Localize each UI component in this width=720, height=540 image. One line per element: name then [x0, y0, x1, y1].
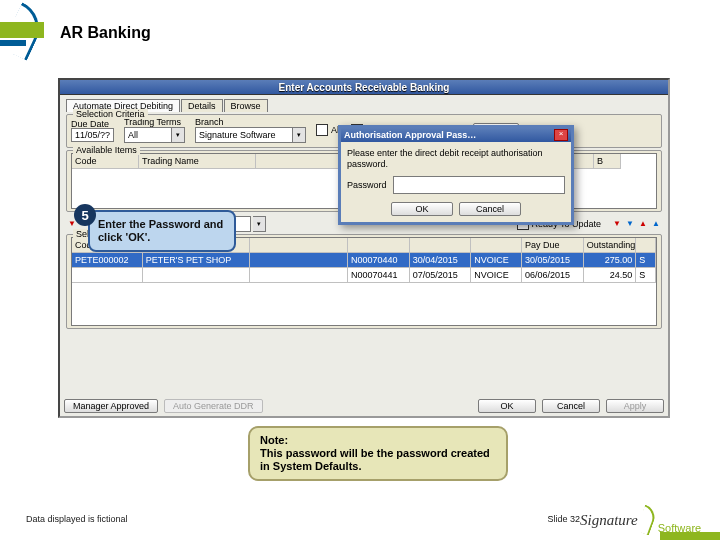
note-text: This password will be the password creat…: [260, 447, 490, 472]
filter-up-red-icon[interactable]: ▲: [637, 219, 649, 229]
col-code[interactable]: Code: [72, 154, 139, 169]
dialog-titlebar: Authorisation Approval Pass… ×: [341, 128, 571, 142]
cell-b: S: [636, 253, 656, 268]
swoosh-icon: [635, 504, 658, 535]
col-outstanding[interactable]: Outstanding: [584, 238, 637, 253]
branch-dropdown[interactable]: Signature Software ▾: [195, 127, 306, 143]
password-label: Password: [347, 180, 387, 190]
note-box: Note: This password will be the password…: [248, 426, 508, 481]
col-invoice[interactable]: [348, 238, 410, 253]
cell-out: 275.00: [584, 253, 637, 268]
cell-date: 07/05/2015: [410, 268, 472, 283]
col-blank1[interactable]: [256, 154, 343, 169]
cell-tname: [143, 268, 250, 283]
cell-blank: [250, 253, 348, 268]
table-row[interactable]: PETE000002 PETER'S PET SHOP N00070440 30…: [72, 253, 656, 268]
apply-button: Apply: [606, 399, 664, 413]
col-blank[interactable]: [250, 238, 348, 253]
auth-approval-dialog: Authorisation Approval Pass… × Please en…: [338, 125, 574, 225]
filter-up-blue-icon[interactable]: ▲: [650, 219, 662, 229]
logo: [0, 0, 50, 60]
bottom-button-bar: Manager Approved Auto Generate DDR OK Ca…: [64, 399, 664, 413]
cell-pay: 30/05/2015: [522, 253, 584, 268]
filter-down-blue-icon[interactable]: ▼: [624, 219, 636, 229]
trading-terms-value: All: [124, 127, 172, 143]
cell-blank: [250, 268, 348, 283]
note-label: Note:: [260, 434, 288, 446]
footer-logo: Signature Software: [580, 500, 720, 540]
branch-value: Signature Software: [195, 127, 293, 143]
filter-icons-right[interactable]: ▼ ▼ ▲ ▲: [611, 219, 662, 229]
cell-tname: PETER'S PET SHOP: [143, 253, 250, 268]
chevron-down-icon[interactable]: ▾: [293, 127, 306, 143]
chevron-down-icon[interactable]: ▾: [172, 127, 185, 143]
col-type[interactable]: [471, 238, 522, 253]
step-number-badge: 5: [74, 204, 96, 226]
cell-type: NVOICE: [471, 253, 522, 268]
page-title: AR Banking: [60, 24, 151, 42]
cancel-button[interactable]: Cancel: [542, 399, 600, 413]
tab-details[interactable]: Details: [181, 99, 223, 112]
col-b[interactable]: B: [594, 154, 621, 169]
avail-legend: Available Items: [73, 145, 140, 155]
cell-pay: 06/06/2015: [522, 268, 584, 283]
cell-code: [72, 268, 143, 283]
filter-down-red-icon[interactable]: ▼: [611, 219, 623, 229]
selection-legend: Selection Criteria: [73, 109, 148, 119]
cell-date: 30/04/2015: [410, 253, 472, 268]
branch-label: Branch: [195, 117, 224, 127]
calendar-icon[interactable]: ▾: [253, 216, 266, 232]
dialog-message: Please enter the direct debit receipt au…: [347, 148, 565, 170]
due-date-field[interactable]: 11/05/??: [71, 128, 114, 142]
dialog-ok-button[interactable]: OK: [391, 202, 453, 216]
col-b[interactable]: [636, 238, 656, 253]
tab-browse[interactable]: Browse: [224, 99, 268, 112]
dialog-title: Authorisation Approval Pass…: [344, 130, 476, 140]
cell-out: 24.50: [584, 268, 637, 283]
tabs: Automate Direct Debiting Details Browse: [66, 99, 662, 112]
dialog-cancel-button[interactable]: Cancel: [459, 202, 521, 216]
footer-brand-1: Signature: [580, 512, 638, 529]
cell-b: S: [636, 268, 656, 283]
ok-button[interactable]: OK: [478, 399, 536, 413]
cell-invoice: N00070441: [348, 268, 410, 283]
cell-code: PETE000002: [72, 253, 143, 268]
col-date[interactable]: [410, 238, 472, 253]
trading-terms-dropdown[interactable]: All ▾: [124, 127, 185, 143]
cell-type: NVOICE: [471, 268, 522, 283]
step-callout: Enter the Password and click 'OK'.: [88, 210, 236, 252]
footnote: Data displayed is fictional: [26, 514, 128, 524]
table-row[interactable]: N00070441 07/05/2015 NVOICE 06/06/2015 2…: [72, 268, 656, 283]
close-icon[interactable]: ×: [554, 129, 568, 141]
cell-invoice: N00070440: [348, 253, 410, 268]
slide-number: Slide 32: [547, 514, 580, 524]
col-trading-name[interactable]: Trading Name: [139, 154, 256, 169]
window-title: Enter Accounts Receivable Banking: [279, 82, 450, 93]
manager-approved-button[interactable]: Manager Approved: [64, 399, 158, 413]
auto-generate-ddr-button: Auto Generate DDR: [164, 399, 263, 413]
window-titlebar: Enter Accounts Receivable Banking: [60, 80, 668, 95]
col-pay-due[interactable]: Pay Due: [522, 238, 584, 253]
password-input[interactable]: [393, 176, 565, 194]
